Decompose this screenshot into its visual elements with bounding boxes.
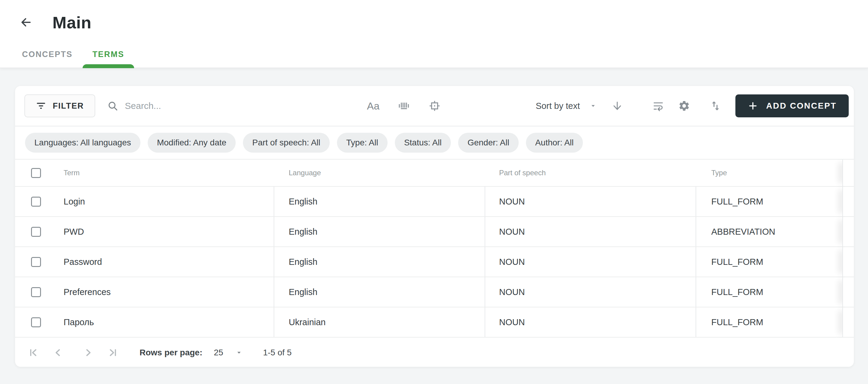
- filter-button[interactable]: FILTER: [24, 94, 95, 117]
- page-range-label: 1-5 of 5: [263, 348, 292, 357]
- filter-chip-status[interactable]: Status: All: [395, 133, 451, 153]
- toolbar: FILTER Aa: [15, 86, 854, 126]
- sort-by-select[interactable]: Sort by text: [535, 99, 600, 113]
- table-row[interactable]: Login English NOUN FULL_FORM: [15, 187, 854, 217]
- arrow-down-icon: [611, 100, 623, 112]
- chevron-left-icon: [52, 347, 64, 358]
- terms-card: FILTER Aa: [15, 86, 854, 367]
- title-row: Main: [19, 10, 868, 34]
- table-row[interactable]: PWD English NOUN ABBREVIATION: [15, 217, 854, 247]
- table-row[interactable]: Пароль Ukrainian NOUN FULL_FORM: [15, 307, 854, 337]
- cell-term: Пароль: [56, 307, 274, 337]
- import-export-icon: [710, 100, 721, 112]
- pinned-column-spacer: [842, 217, 854, 246]
- cell-part-of-speech: NOUN: [485, 217, 696, 246]
- cell-type: ABBREVIATION: [696, 217, 842, 246]
- pagination-bar: Rows per page: 25 1-5 of 5: [15, 338, 854, 367]
- tab-concepts[interactable]: CONCEPTS: [12, 41, 83, 67]
- pinned-column-spacer: [842, 307, 854, 337]
- search-icon: [107, 100, 118, 111]
- cell-language: Ukrainian: [274, 307, 485, 337]
- sort-by-label: Sort by text: [535, 101, 580, 111]
- add-concept-button[interactable]: ADD CONCEPT: [735, 94, 849, 117]
- terms-table: Term Language Part of speech Type Login …: [15, 159, 854, 338]
- cell-part-of-speech: NOUN: [485, 247, 696, 276]
- select-all-checkbox[interactable]: [31, 168, 41, 178]
- column-header-part-of-speech: Part of speech: [485, 159, 696, 186]
- previous-page-button[interactable]: [52, 347, 64, 359]
- row-checkbox[interactable]: [31, 257, 41, 267]
- search-box: [107, 100, 367, 111]
- filter-chip-languages[interactable]: Languages: All languages: [25, 133, 141, 153]
- filter-chip-author[interactable]: Author: All: [526, 133, 583, 153]
- search-input[interactable]: [125, 101, 354, 111]
- cell-language: English: [274, 217, 485, 246]
- cell-language: English: [274, 277, 485, 307]
- table-header-row: Term Language Part of speech Type: [15, 159, 854, 187]
- cell-type: FULL_FORM: [696, 247, 842, 276]
- row-checkbox[interactable]: [31, 287, 41, 297]
- filter-chip-type[interactable]: Type: All: [337, 133, 388, 153]
- first-page-icon: [27, 347, 39, 358]
- filter-button-label: FILTER: [53, 101, 84, 111]
- column-header-term: Term: [56, 159, 274, 186]
- wrap-text-icon: [652, 100, 664, 112]
- chevron-right-icon: [83, 347, 94, 358]
- filter-chips-row: Languages: All languages Modified: Any d…: [15, 126, 854, 159]
- import-export-button[interactable]: [709, 99, 722, 113]
- pinned-column-spacer: [842, 247, 854, 276]
- settings-button[interactable]: [678, 99, 691, 113]
- table-row[interactable]: Preferences English NOUN FULL_FORM: [15, 277, 854, 307]
- column-header-language: Language: [274, 159, 485, 186]
- toolbar-right: Sort by text: [535, 94, 849, 117]
- table-row[interactable]: Password English NOUN FULL_FORM: [15, 247, 854, 277]
- arrow-left-icon: [19, 16, 33, 29]
- cell-type: FULL_FORM: [696, 307, 842, 337]
- next-page-button[interactable]: [82, 347, 94, 359]
- column-header-type: Type: [696, 159, 842, 186]
- back-button[interactable]: [19, 15, 33, 30]
- page-header: Main CONCEPTS TERMS: [0, 0, 868, 68]
- tab-terms[interactable]: TERMS: [83, 41, 134, 67]
- cell-term: Password: [56, 247, 274, 276]
- pinned-column-spacer: [842, 187, 854, 216]
- gear-icon: [678, 100, 690, 112]
- rows-per-page-value[interactable]: 25: [214, 348, 223, 357]
- sort-direction-button[interactable]: [611, 99, 624, 113]
- cell-type: FULL_FORM: [696, 277, 842, 307]
- rows-per-page-label: Rows per page:: [140, 348, 202, 357]
- filter-chip-gender[interactable]: Gender: All: [458, 133, 519, 153]
- tabs-bar: CONCEPTS TERMS: [12, 41, 868, 67]
- wrap-text-button[interactable]: [652, 99, 665, 113]
- cell-term: Preferences: [56, 277, 274, 307]
- rows-per-page-caret-icon[interactable]: [232, 346, 246, 359]
- pinned-column-spacer: [842, 159, 854, 186]
- filter-chip-part-of-speech[interactable]: Part of speech: All: [243, 133, 330, 153]
- cell-part-of-speech: NOUN: [485, 307, 696, 337]
- row-checkbox[interactable]: [31, 227, 41, 237]
- add-concept-label: ADD CONCEPT: [766, 101, 837, 111]
- cell-part-of-speech: NOUN: [485, 187, 696, 216]
- filter-chip-modified[interactable]: Modified: Any date: [148, 133, 236, 153]
- first-page-button[interactable]: [27, 347, 39, 359]
- row-checkbox[interactable]: [31, 197, 41, 207]
- cell-term: PWD: [56, 217, 274, 246]
- row-checkbox[interactable]: [31, 317, 41, 327]
- pinned-column-spacer: [842, 277, 854, 307]
- page-title: Main: [53, 13, 92, 32]
- cell-language: English: [274, 247, 485, 276]
- viewfinder-icon[interactable]: [428, 99, 441, 113]
- last-page-icon: [107, 347, 119, 358]
- match-case-icon[interactable]: Aa: [367, 99, 380, 113]
- cell-language: English: [274, 187, 485, 216]
- cell-part-of-speech: NOUN: [485, 277, 696, 307]
- last-page-button[interactable]: [107, 347, 119, 359]
- plus-icon: [747, 100, 758, 111]
- filter-icon: [36, 101, 46, 111]
- cell-term: Login: [56, 187, 274, 216]
- cell-type: FULL_FORM: [696, 187, 842, 216]
- dropdown-caret-icon: [587, 99, 600, 113]
- barcode-icon[interactable]: [397, 99, 410, 113]
- search-option-icons: Aa: [367, 99, 441, 113]
